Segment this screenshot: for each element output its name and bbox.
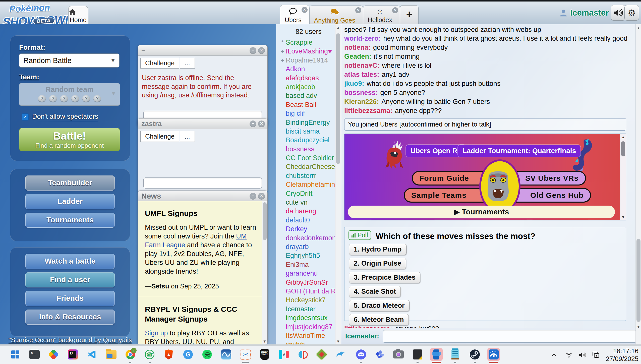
- close-tab-icon[interactable]: ✕: [392, 7, 398, 13]
- user-list-item[interactable]: imgdoesntsux: [276, 314, 341, 322]
- user-list-item[interactable]: afefqdsqas: [276, 74, 341, 83]
- user-list-item[interactable]: jgyjhjh: [276, 340, 341, 344]
- dark-note-icon[interactable]: [411, 348, 424, 361]
- vscode-icon[interactable]: [86, 348, 98, 361]
- chat-scrollbar[interactable]: ▲ ▼: [635, 24, 641, 344]
- user-list-item[interactable]: +Ropalme1914: [276, 56, 341, 65]
- ryujinx-icon[interactable]: [297, 348, 309, 361]
- user-list-item[interactable]: Eni3ma: [276, 260, 341, 269]
- epic-games-icon[interactable]: EPICGAMES: [258, 348, 271, 361]
- banner-pill-ladder-tournament[interactable]: Ladder Tournament: Quarterfinals: [458, 145, 580, 157]
- google-suite-icon[interactable]: [47, 348, 60, 361]
- message-input[interactable]: [143, 177, 262, 189]
- checkbox-checked-icon[interactable]: ✓: [22, 113, 29, 120]
- user-list-item[interactable]: CheddarCheese16: [276, 162, 341, 171]
- user-list-item[interactable]: drayarb: [276, 242, 341, 251]
- forum-resources-button[interactable]: Forum Resources: [370, 220, 436, 220]
- user-list-item[interactable]: Derkey: [276, 225, 341, 233]
- tray-expand-icon[interactable]: [552, 353, 561, 356]
- poll-option-button[interactable]: 2. Origin Pulse: [349, 258, 406, 269]
- spectators-option[interactable]: ✓ Don't allow spectators: [22, 113, 121, 121]
- tab-home[interactable]: Home: [68, 6, 88, 24]
- tab-ubers[interactable]: Ubers ✕: [280, 5, 309, 24]
- tray-clock[interactable]: 18:17:16 27/09/2025: [606, 347, 638, 363]
- menu-button[interactable]: Teambuilder: [25, 175, 115, 191]
- current-user[interactable]: Icemaster: [559, 8, 609, 18]
- poll-option-button[interactable]: 5. Draco Meteor: [349, 300, 410, 311]
- tab-hellodex[interactable]: ☺ Hellodex ✕: [363, 6, 400, 24]
- user-list-item[interactable]: Hockeystick7: [276, 296, 341, 305]
- user-list-item[interactable]: Icemaster: [276, 305, 341, 314]
- discord-icon[interactable]: [355, 348, 367, 361]
- user-list-item[interactable]: imjustjoeking87: [276, 323, 341, 331]
- menu-button[interactable]: Find a user: [25, 272, 115, 287]
- sample-teams-button[interactable]: Sample Teams: [404, 188, 493, 203]
- user-list-item[interactable]: Boadupczyciel: [276, 136, 341, 145]
- switch-joycon-icon[interactable]: #: [278, 348, 290, 361]
- chat-input[interactable]: [383, 330, 637, 343]
- news-scrollbar[interactable]: ▼: [262, 201, 267, 344]
- minimize-icon[interactable]: −: [250, 120, 256, 127]
- speed-test-icon[interactable]: [487, 348, 500, 361]
- dolphin-icon[interactable]: [334, 348, 347, 361]
- format-select[interactable]: Random Battle ▼: [19, 53, 120, 68]
- close-icon[interactable]: ✕: [258, 193, 265, 200]
- forum-projects-button[interactable]: Forum Projects: [531, 220, 590, 220]
- user-list-item[interactable]: Eghrjyh5h5: [276, 251, 341, 260]
- user-list-item[interactable]: Beast Ball: [276, 100, 341, 109]
- user-list-item[interactable]: Adkon: [276, 65, 341, 74]
- more-tab[interactable]: ...: [180, 58, 195, 69]
- chrome-icon[interactable]: i: [124, 348, 137, 361]
- user-list-item[interactable]: default0: [276, 216, 341, 225]
- background-credit[interactable]: "Sunrise Ocean" background by Quanyails: [9, 336, 132, 344]
- user-list-item[interactable]: chubsterrr: [276, 171, 341, 180]
- user-list-item[interactable]: +ILoveMashing♥: [276, 47, 341, 56]
- minimize-icon[interactable]: −: [250, 193, 256, 200]
- user-list-scrollbar[interactable]: ▲ ▼: [335, 24, 341, 344]
- phone-link-icon[interactable]: [430, 348, 443, 361]
- pcsx2-icon[interactable]: [374, 348, 386, 361]
- notepad-icon[interactable]: [449, 348, 461, 361]
- menu-button[interactable]: Tournaments: [25, 213, 115, 228]
- minimize-icon[interactable]: −: [250, 47, 256, 54]
- banner-pill-ubers-open[interactable]: Ubers Open R1: [406, 145, 466, 157]
- steam-icon[interactable]: [469, 348, 481, 361]
- user-list-item[interactable]: *Scrappie: [276, 38, 341, 47]
- intellij-idea-icon[interactable]: IJ: [67, 348, 79, 361]
- user-list-item[interactable]: GibbyJrSonSr: [276, 278, 341, 287]
- battery-saver-icon[interactable]: ♥: [592, 351, 601, 358]
- challenge-tab[interactable]: Challenge: [140, 58, 179, 69]
- user-list-item[interactable]: biscit sama: [276, 127, 341, 136]
- poll-option-button[interactable]: 4. Scale Shot: [349, 286, 401, 297]
- whatsapp-icon[interactable]: ☎: [143, 348, 156, 361]
- volume-icon[interactable]: [579, 352, 588, 358]
- more-tab[interactable]: ...: [180, 131, 195, 142]
- challenge-tab[interactable]: Challenge: [140, 131, 179, 142]
- user-list-item[interactable]: based adv: [276, 91, 341, 100]
- sign-up-link[interactable]: Sign up: [145, 329, 168, 337]
- wifi-icon[interactable]: [565, 352, 574, 358]
- close-icon[interactable]: ✕: [258, 120, 265, 127]
- user-list-item[interactable]: Clefamphetamine: [276, 180, 341, 189]
- start-button-icon[interactable]: [9, 348, 22, 361]
- new-tab-button[interactable]: +: [400, 5, 419, 24]
- menu-button[interactable]: Info & Resources: [25, 310, 115, 325]
- menu-button[interactable]: Ladder: [25, 194, 115, 209]
- join-discord-button[interactable]: Join our Discord !: [462, 220, 529, 220]
- camera-icon[interactable]: [392, 348, 405, 361]
- user-list-item[interactable]: garancenu: [276, 269, 341, 278]
- poll-option-button[interactable]: 3. Precipice Blades: [349, 272, 420, 283]
- tab-anything-goes[interactable]: Anything Goes ✕: [309, 6, 363, 24]
- tournaments-bar[interactable]: ▶ Tournaments: [348, 206, 615, 218]
- user-list-item[interactable]: big clif: [276, 109, 341, 118]
- settings-button[interactable]: ⚙: [624, 5, 639, 21]
- spotify-icon[interactable]: [201, 348, 213, 361]
- close-tab-icon[interactable]: ✕: [355, 7, 361, 13]
- user-list-item[interactable]: BindingEnergy: [276, 118, 341, 127]
- poll-option-button[interactable]: 1. Hydro Pump: [349, 244, 406, 255]
- user-list-item[interactable]: arokjacob: [276, 83, 341, 91]
- user-list-item[interactable]: ItsWarioTime: [276, 331, 341, 340]
- user-list-item[interactable]: donkedonkemonke: [276, 234, 341, 242]
- poll-option-button[interactable]: 6. Meteor Beam: [349, 314, 409, 325]
- user-list-item[interactable]: da hareng: [276, 207, 341, 216]
